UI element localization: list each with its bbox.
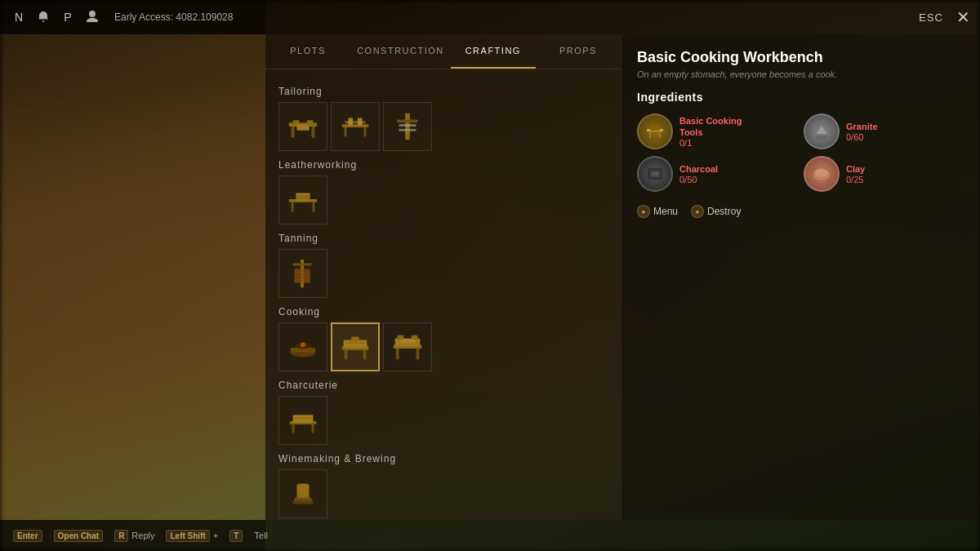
hotkey-t-key: T [229,530,243,542]
hotkey-enter-key: Enter [13,530,42,542]
destroy-key-icon: ● [691,205,704,218]
ingredient-granite: Granite 0/60 [804,113,964,149]
craft-item-cooking-1[interactable] [278,322,327,371]
category-charcuterie: Charcuterie [278,380,608,445]
top-bar-right: ESC ✕ [919,9,970,25]
cooking-3-icon [390,329,425,365]
panel-divider [621,34,621,520]
craft-item-tailoring-2[interactable] [331,102,380,151]
winemaking-items-row [278,469,608,518]
craft-item-tailoring-3[interactable] [383,102,432,151]
svg-rect-7 [345,127,347,136]
ingredient-clay: Clay 0/25 [804,156,964,192]
bottom-bar: Enter Open Chat R Reply Left Shift + T T… [0,520,980,551]
hotkey-leftshift-key: Left Shift [166,530,209,542]
crafting-list[interactable]: Tailoring [265,69,621,520]
svg-rect-11 [345,121,366,123]
esc-button[interactable]: ESC [919,11,943,24]
item-title: Basic Cooking Workbench [637,49,964,66]
svg-rect-46 [292,424,295,433]
craft-item-cooking-2[interactable] [331,322,380,371]
hotkey-tell-label: Tell [254,531,268,540]
tab-construction[interactable]: CONSTRUCTION [350,34,451,69]
tab-crafting[interactable]: CRAFTING [451,34,536,69]
craft-item-tailoring-1[interactable] [278,102,327,151]
charcuterie-1-icon [285,402,321,438]
svg-rect-8 [364,127,367,136]
svg-rect-39 [396,349,399,359]
tailoring-1-icon [285,109,321,144]
destroy-action-button[interactable]: ● Destroy [691,205,741,218]
ingredient-name-basic-cooking-tools: Basic CookingTools [679,115,742,139]
svg-rect-18 [312,202,314,211]
category-tailoring: Tailoring [278,86,608,151]
menu-action-button[interactable]: ● Menu [637,205,678,218]
hotkey-t: T [229,530,243,542]
category-charcuterie-label: Charcuterie [278,380,608,391]
svg-rect-56 [659,131,661,138]
svg-rect-48 [293,415,314,423]
ingredient-name-clay: Clay [846,163,865,175]
tab-bar: PLOTS CONSTRUCTION CRAFTING PROPS [265,34,621,69]
top-bar: N P Early Access: 4082.109028 ESC ✕ [0,0,980,34]
svg-rect-14 [399,124,416,127]
ingredient-icon-charcoal [637,156,673,192]
svg-rect-33 [345,350,348,359]
hotkey-r: R Reply [114,530,154,542]
crafting-panel: PLOTS CONSTRUCTION CRAFTING PROPS Tailor… [265,34,621,520]
craft-item-winemaking-1[interactable] [278,469,327,518]
close-button[interactable]: ✕ [956,9,970,25]
hotkey-enter: Enter [13,530,42,542]
left-column [0,0,265,551]
category-cooking-label: Cooking [278,306,608,318]
tab-props[interactable]: PROPS [536,34,621,69]
tanning-items-row [278,249,608,298]
tailoring-items-row [278,102,608,151]
hotkey-r-key: R [114,530,128,542]
profile-avatar-icon[interactable] [83,8,101,26]
svg-rect-17 [292,202,294,211]
svg-rect-44 [400,339,414,342]
profile-p-icon[interactable]: P [59,8,77,26]
craft-item-leather-1[interactable] [278,176,327,224]
ingredient-count-charcoal: 0/50 [679,175,718,184]
svg-point-31 [301,342,305,347]
hotkey-r-label: Reply [131,531,154,540]
ingredient-count-basic-cooking-tools: 0/1 [679,138,742,148]
tab-plots[interactable]: PLOTS [265,34,350,69]
ingredient-charcoal: Charcoal 0/50 [637,156,797,192]
svg-rect-47 [312,424,314,433]
svg-rect-40 [416,349,420,359]
category-tanning: Tanning [278,233,608,298]
item-subtitle: On an empty stomach, everyone becomes a … [637,69,964,79]
cooking-1-icon [285,329,321,365]
ingredient-info-granite: Granite 0/60 [846,121,878,142]
ingredient-icon-granite [804,113,840,149]
ingredient-icon-clay [804,156,840,192]
ingredient-info-basic-cooking-tools: Basic CookingTools 0/1 [679,115,742,149]
craft-item-cooking-3[interactable] [383,322,432,371]
ingredient-name-charcoal: Charcoal [679,163,718,175]
svg-rect-5 [307,120,314,124]
destroy-action-label: Destroy [707,206,741,217]
category-winemaking-label: Winemaking & Brewing [278,453,608,464]
ingredient-icon-basic-cooking-tools [637,113,673,149]
cooking-items-row [278,322,608,371]
craft-item-charcuterie-1[interactable] [278,396,327,445]
svg-rect-1 [292,127,295,137]
svg-rect-34 [363,350,367,359]
craft-item-tanning-1[interactable] [278,249,327,298]
svg-rect-19 [296,193,310,201]
svg-rect-60 [816,136,827,140]
notification-n-icon[interactable]: N [10,8,28,26]
hotkey-openchat-key: Open Chat [54,530,104,542]
hotkey-plus: + [213,531,218,540]
category-tanning-label: Tanning [278,233,608,244]
svg-rect-13 [398,119,418,122]
svg-rect-3 [296,124,309,131]
notification-bell-icon[interactable] [34,8,52,26]
ingredients-grid: Basic CookingTools 0/1 Granite 0/60 [637,113,964,192]
svg-rect-15 [399,129,416,131]
svg-rect-37 [351,337,359,342]
ingredient-name-granite: Granite [846,121,878,132]
